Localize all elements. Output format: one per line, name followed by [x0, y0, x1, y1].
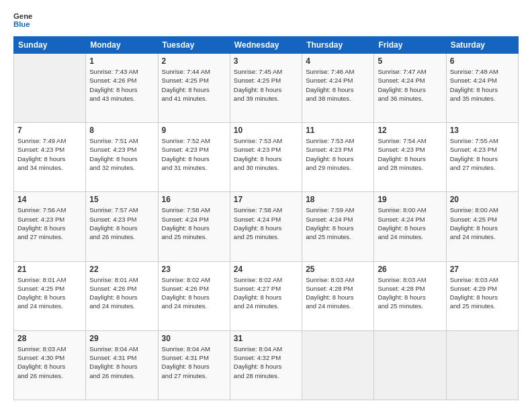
- day-info: Sunrise: 8:00 AM Sunset: 4:25 PM Dayligh…: [450, 205, 515, 241]
- logo: General Blue: [13, 11, 35, 30]
- calendar-page: General Blue SundayMondayTuesdayWednesda…: [0, 0, 532, 411]
- day-info: Sunrise: 7:43 AM Sunset: 4:26 PM Dayligh…: [89, 67, 154, 103]
- logo-icon: General Blue: [13, 11, 32, 30]
- day-number: 30: [162, 334, 226, 343]
- weekday-header: Wednesday: [230, 37, 302, 54]
- day-number: 31: [234, 334, 298, 343]
- calendar-day-cell: 8Sunrise: 7:51 AM Sunset: 4:23 PM Daylig…: [86, 123, 158, 192]
- calendar-day-cell: 14Sunrise: 7:56 AM Sunset: 4:23 PM Dayli…: [14, 192, 86, 261]
- day-number: 27: [450, 265, 515, 274]
- day-number: 11: [306, 126, 370, 135]
- calendar-day-cell: [14, 54, 86, 123]
- weekday-header: Sunday: [14, 37, 86, 54]
- day-info: Sunrise: 7:53 AM Sunset: 4:23 PM Dayligh…: [306, 136, 370, 172]
- calendar-week-row: 21Sunrise: 8:01 AM Sunset: 4:25 PM Dayli…: [14, 261, 519, 330]
- day-number: 13: [450, 126, 515, 135]
- day-info: Sunrise: 7:57 AM Sunset: 4:23 PM Dayligh…: [89, 205, 154, 241]
- day-info: Sunrise: 8:03 AM Sunset: 4:30 PM Dayligh…: [17, 345, 82, 380]
- calendar-week-row: 7Sunrise: 7:49 AM Sunset: 4:23 PM Daylig…: [14, 123, 519, 192]
- day-number: 14: [17, 195, 82, 204]
- day-number: 1: [89, 56, 154, 66]
- calendar-header: SundayMondayTuesdayWednesdayThursdayFrid…: [14, 37, 519, 54]
- calendar-day-cell: 28Sunrise: 8:03 AM Sunset: 4:30 PM Dayli…: [14, 330, 86, 400]
- calendar-day-cell: 29Sunrise: 8:04 AM Sunset: 4:31 PM Dayli…: [86, 330, 158, 400]
- day-number: 2: [162, 56, 226, 66]
- calendar-day-cell: 26Sunrise: 8:03 AM Sunset: 4:28 PM Dayli…: [374, 261, 446, 330]
- calendar-day-cell: 20Sunrise: 8:00 AM Sunset: 4:25 PM Dayli…: [446, 192, 518, 261]
- day-info: Sunrise: 8:03 AM Sunset: 4:28 PM Dayligh…: [306, 275, 370, 311]
- day-info: Sunrise: 7:46 AM Sunset: 4:24 PM Dayligh…: [306, 67, 370, 103]
- day-number: 18: [306, 195, 370, 204]
- day-number: 5: [378, 56, 442, 66]
- weekday-header: Monday: [86, 37, 158, 54]
- day-number: 28: [17, 334, 82, 343]
- day-number: 6: [450, 56, 515, 66]
- calendar-day-cell: 9Sunrise: 7:52 AM Sunset: 4:23 PM Daylig…: [158, 123, 230, 192]
- calendar-day-cell: 31Sunrise: 8:04 AM Sunset: 4:32 PM Dayli…: [230, 330, 302, 400]
- day-info: Sunrise: 8:04 AM Sunset: 4:32 PM Dayligh…: [234, 345, 298, 380]
- header: General Blue: [13, 11, 519, 30]
- calendar-day-cell: 2Sunrise: 7:44 AM Sunset: 4:25 PM Daylig…: [158, 54, 230, 123]
- calendar-day-cell: [302, 330, 374, 400]
- calendar-week-row: 1Sunrise: 7:43 AM Sunset: 4:26 PM Daylig…: [14, 54, 519, 123]
- day-info: Sunrise: 8:01 AM Sunset: 4:26 PM Dayligh…: [89, 275, 154, 311]
- weekday-header: Saturday: [446, 37, 518, 54]
- day-number: 29: [89, 334, 154, 343]
- calendar-day-cell: 4Sunrise: 7:46 AM Sunset: 4:24 PM Daylig…: [302, 54, 374, 123]
- calendar-day-cell: 5Sunrise: 7:47 AM Sunset: 4:24 PM Daylig…: [374, 54, 446, 123]
- weekday-header: Friday: [374, 37, 446, 54]
- calendar-day-cell: 7Sunrise: 7:49 AM Sunset: 4:23 PM Daylig…: [14, 123, 86, 192]
- day-number: 3: [234, 56, 298, 66]
- calendar-day-cell: 30Sunrise: 8:04 AM Sunset: 4:31 PM Dayli…: [158, 330, 230, 400]
- calendar-week-row: 28Sunrise: 8:03 AM Sunset: 4:30 PM Dayli…: [14, 330, 519, 400]
- calendar-day-cell: 25Sunrise: 8:03 AM Sunset: 4:28 PM Dayli…: [302, 261, 374, 330]
- day-info: Sunrise: 7:44 AM Sunset: 4:25 PM Dayligh…: [162, 67, 226, 103]
- day-number: 25: [306, 265, 370, 274]
- day-number: 26: [378, 265, 442, 274]
- calendar-day-cell: 13Sunrise: 7:55 AM Sunset: 4:23 PM Dayli…: [446, 123, 518, 192]
- day-info: Sunrise: 7:47 AM Sunset: 4:24 PM Dayligh…: [378, 67, 442, 103]
- calendar-day-cell: 27Sunrise: 8:03 AM Sunset: 4:29 PM Dayli…: [446, 261, 518, 330]
- calendar-day-cell: 23Sunrise: 8:02 AM Sunset: 4:26 PM Dayli…: [158, 261, 230, 330]
- svg-text:Blue: Blue: [13, 20, 30, 28]
- day-info: Sunrise: 8:02 AM Sunset: 4:27 PM Dayligh…: [234, 275, 298, 311]
- calendar-day-cell: 16Sunrise: 7:58 AM Sunset: 4:24 PM Dayli…: [158, 192, 230, 261]
- day-info: Sunrise: 8:02 AM Sunset: 4:26 PM Dayligh…: [162, 275, 226, 311]
- day-number: 15: [89, 195, 154, 204]
- day-info: Sunrise: 7:53 AM Sunset: 4:23 PM Dayligh…: [234, 136, 298, 172]
- calendar-day-cell: [446, 330, 518, 400]
- calendar-day-cell: 12Sunrise: 7:54 AM Sunset: 4:23 PM Dayli…: [374, 123, 446, 192]
- day-info: Sunrise: 8:04 AM Sunset: 4:31 PM Dayligh…: [89, 345, 154, 380]
- day-info: Sunrise: 7:52 AM Sunset: 4:23 PM Dayligh…: [162, 136, 226, 172]
- calendar-day-cell: [374, 330, 446, 400]
- day-info: Sunrise: 7:51 AM Sunset: 4:23 PM Dayligh…: [89, 136, 154, 172]
- day-info: Sunrise: 8:03 AM Sunset: 4:29 PM Dayligh…: [450, 275, 515, 311]
- calendar-day-cell: 17Sunrise: 7:58 AM Sunset: 4:24 PM Dayli…: [230, 192, 302, 261]
- calendar-day-cell: 10Sunrise: 7:53 AM Sunset: 4:23 PM Dayli…: [230, 123, 302, 192]
- day-number: 9: [162, 126, 226, 135]
- weekday-header: Tuesday: [158, 37, 230, 54]
- calendar-day-cell: 1Sunrise: 7:43 AM Sunset: 4:26 PM Daylig…: [86, 54, 158, 123]
- day-info: Sunrise: 7:56 AM Sunset: 4:23 PM Dayligh…: [17, 205, 82, 241]
- day-info: Sunrise: 8:04 AM Sunset: 4:31 PM Dayligh…: [162, 345, 226, 380]
- day-number: 19: [378, 195, 442, 204]
- day-number: 16: [162, 195, 226, 204]
- day-number: 20: [450, 195, 515, 204]
- weekday-row: SundayMondayTuesdayWednesdayThursdayFrid…: [14, 37, 519, 54]
- day-info: Sunrise: 7:54 AM Sunset: 4:23 PM Dayligh…: [378, 136, 442, 172]
- day-number: 21: [17, 265, 82, 274]
- day-number: 4: [306, 56, 370, 66]
- day-info: Sunrise: 7:49 AM Sunset: 4:23 PM Dayligh…: [17, 136, 82, 172]
- day-info: Sunrise: 8:00 AM Sunset: 4:24 PM Dayligh…: [378, 205, 442, 241]
- calendar-day-cell: 24Sunrise: 8:02 AM Sunset: 4:27 PM Dayli…: [230, 261, 302, 330]
- calendar-day-cell: 18Sunrise: 7:59 AM Sunset: 4:24 PM Dayli…: [302, 192, 374, 261]
- calendar-day-cell: 11Sunrise: 7:53 AM Sunset: 4:23 PM Dayli…: [302, 123, 374, 192]
- svg-text:General: General: [13, 12, 32, 20]
- calendar-body: 1Sunrise: 7:43 AM Sunset: 4:26 PM Daylig…: [14, 54, 519, 400]
- day-number: 17: [234, 195, 298, 204]
- calendar-day-cell: 6Sunrise: 7:48 AM Sunset: 4:24 PM Daylig…: [446, 54, 518, 123]
- weekday-header: Thursday: [302, 37, 374, 54]
- day-number: 7: [17, 126, 82, 135]
- day-info: Sunrise: 7:48 AM Sunset: 4:24 PM Dayligh…: [450, 67, 515, 103]
- day-number: 22: [89, 265, 154, 274]
